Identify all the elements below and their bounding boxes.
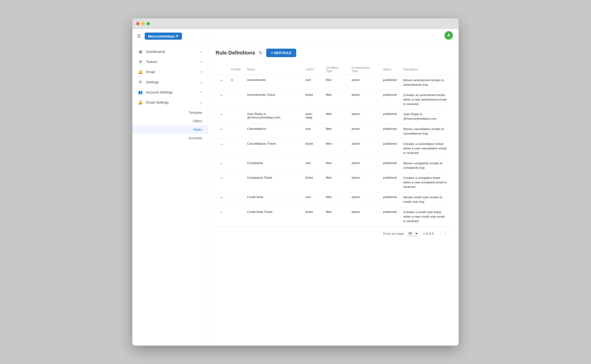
col-action: Action — [302, 64, 322, 75]
sidebar-item-rules[interactable]: Rules — [132, 125, 208, 134]
description-cell: Creates an amendment ticket when a new a… — [400, 90, 451, 109]
page-title: Rule Definitions — [215, 50, 255, 56]
sidebar-item-account-settings[interactable]: 👥 Account Settings ▾ — [132, 87, 208, 97]
chevron-up-icon: ▴ — [201, 80, 202, 84]
pagination-controls: ‹ › — [438, 231, 448, 237]
consequence-type-cell: action — [348, 207, 380, 226]
edit-row-button[interactable]: ✏ — [219, 78, 225, 83]
sidebar-item-email[interactable]: 🔔 Email ▾ — [132, 67, 208, 77]
table-footer: Rows per page: 50 10 25 100 1-9 of 9 ‹ › — [215, 227, 451, 240]
name-cell: Complaints — [244, 158, 302, 173]
sidebar-item-label: Filters — [193, 119, 202, 123]
refresh-button[interactable]: ↻ — [258, 49, 263, 56]
condition-type-cell: filter — [322, 158, 348, 173]
content-area: Rule Definitions ↻ + NEW RULE Priority N… — [208, 42, 459, 346]
consequence-type-cell: action — [348, 109, 380, 124]
logo-text: MercuryHolidays — [148, 34, 175, 38]
action-cell: ticket — [302, 207, 322, 226]
edit-row-button[interactable]: ✏ — [219, 210, 225, 215]
status-cell: published — [380, 109, 400, 124]
col-status: Status — [380, 64, 400, 75]
consequence-type-cell: action — [348, 139, 380, 158]
action-cell: sort — [302, 75, 322, 90]
edit-row-button[interactable]: ✏ — [219, 142, 225, 147]
email-settings-subnav: Template Filters Rules Accounts — [132, 107, 208, 143]
sidebar-item-label: Template — [189, 111, 202, 115]
consequence-type-cell: action — [348, 158, 380, 173]
sidebar-item-label: Tickets — [146, 60, 197, 64]
close-button[interactable] — [136, 22, 140, 25]
maximize-button[interactable] — [147, 22, 150, 25]
name-cell: Auto Reply to @mercuryholidays.com — [244, 109, 302, 124]
sidebar-item-template[interactable]: Template — [132, 108, 208, 117]
description-cell: Moves complaints emails to complaints tr… — [400, 158, 451, 173]
name-cell: Cancellations Ticket — [244, 139, 302, 158]
minimize-button[interactable] — [141, 22, 145, 25]
edit-cell: ✏ — [215, 139, 228, 158]
priority-cell — [228, 158, 244, 173]
edit-row-button[interactable]: ✏ — [219, 176, 225, 181]
edit-row-button[interactable]: ✏ — [219, 127, 225, 132]
tickets-icon: ⊞ — [138, 59, 143, 64]
hamburger-icon[interactable]: ☰ — [137, 33, 141, 39]
name-cell: Credit Note Ticket — [244, 207, 302, 226]
status-cell: published — [380, 90, 400, 109]
name-cell: Complaints Ticket — [244, 173, 302, 192]
traffic-lights — [136, 22, 150, 25]
action-cell: ticket — [302, 173, 322, 192]
table-row: ✏ Credit Note sort filter action publish… — [215, 192, 451, 207]
app-window: ☰ MercuryHolidays ✈ ▦ Dashboards ▾ ⊞ Tic… — [132, 18, 459, 346]
table-row: ✏ Complaints sort filter action publishe… — [215, 158, 451, 173]
status-cell: published — [380, 75, 400, 90]
chevron-down-icon: ▾ — [201, 60, 202, 64]
chevron-up-icon: ▴ — [201, 101, 202, 104]
col-name: Name — [244, 64, 302, 75]
description-cell: Creates a complaint ticket when a new co… — [400, 173, 451, 192]
sidebar-item-label: Dashboards — [146, 50, 197, 54]
edit-row-button[interactable]: ✏ — [219, 195, 225, 200]
condition-type-cell: filter — [322, 139, 348, 158]
user-initial: A — [447, 33, 450, 38]
sidebar-item-dashboards[interactable]: ▦ Dashboards ▾ — [132, 46, 208, 57]
pagination-info: 1-9 of 9 — [423, 232, 434, 235]
rows-per-page-control: Rows per page: 50 10 25 100 — [383, 231, 418, 236]
status-cell: published — [380, 158, 400, 173]
main-content: A Rule Definitions ↻ + NEW RULE — [208, 29, 459, 346]
sidebar-item-settings[interactable]: ⚙ Settings ▴ — [132, 77, 208, 87]
name-cell: Credit Note — [244, 192, 302, 207]
sidebar-item-accounts[interactable]: Accounts — [132, 134, 208, 142]
table-header-row: Priority Name Action Condition Type Cons… — [215, 64, 451, 75]
priority-cell — [228, 124, 244, 139]
consequence-type-cell: action — [348, 173, 380, 192]
rows-per-page-select[interactable]: 50 10 25 100 — [407, 231, 418, 236]
action-cell: ticket — [302, 139, 322, 158]
edit-row-button[interactable]: ✏ — [219, 93, 225, 98]
sidebar-item-email-settings[interactable]: 🔔 Email Settings ▴ — [132, 97, 208, 107]
description-cell: Moves cancellation emails to cancellatio… — [400, 124, 451, 139]
edit-row-button[interactable]: ✏ — [219, 112, 225, 117]
edit-cell: ✏ — [215, 192, 228, 207]
edit-cell: ✏ — [215, 158, 228, 173]
condition-type-cell: filter — [322, 192, 348, 207]
chevron-down-icon: ▾ — [201, 50, 202, 53]
col-edit — [215, 64, 228, 75]
edit-cell: ✏ — [215, 109, 228, 124]
account-settings-icon: 👥 — [138, 90, 143, 94]
priority-cell — [228, 139, 244, 158]
sidebar-item-filters[interactable]: Filters — [132, 117, 208, 125]
table-row: ✏ Amendments Ticket ticket filter action… — [215, 90, 451, 109]
sidebar-item-tickets[interactable]: ⊞ Tickets ▾ — [132, 57, 208, 67]
email-settings-icon: 🔔 — [138, 100, 143, 104]
consequence-type-cell: action — [348, 124, 380, 139]
edit-cell: ✏ — [215, 124, 228, 139]
user-avatar[interactable]: A — [444, 31, 453, 40]
action-cell: auto-reply — [302, 109, 322, 124]
edit-row-button[interactable]: ✏ — [219, 161, 225, 166]
next-page-button[interactable]: › — [443, 231, 448, 237]
rows-per-page-label: Rows per page: — [383, 232, 405, 235]
prev-page-button[interactable]: ‹ — [438, 231, 443, 237]
description-cell: Creates a credit note ticket when a new … — [400, 207, 451, 226]
action-cell: sort — [302, 124, 322, 139]
new-rule-button[interactable]: + NEW RULE — [266, 49, 296, 57]
table-row: ✏ Cancellations Ticket ticket filter act… — [215, 139, 451, 158]
